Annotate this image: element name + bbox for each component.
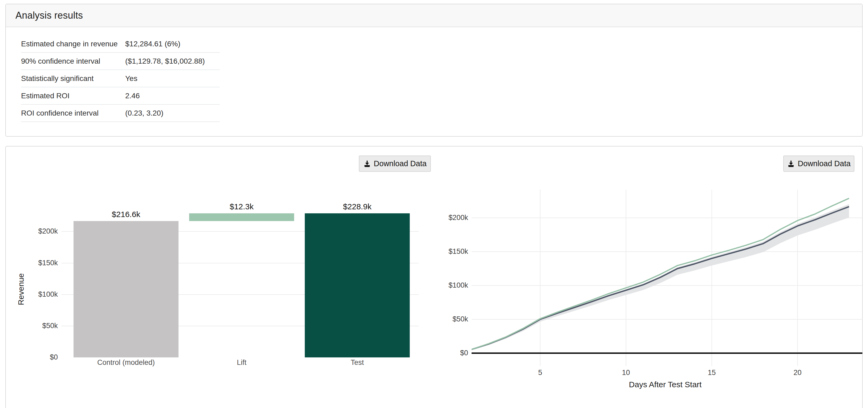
bar-value-label: $216.6k [112,210,141,219]
bar-value-label: $12.3k [230,202,254,211]
line-chart-x-tick: 15 [708,369,716,377]
line-chart-plot [471,190,862,366]
bar-control-modeled [73,221,179,357]
metric-value: $12,284.61 (6%) [125,40,180,48]
bar-category-label: Control (modeled) [97,358,155,367]
metric-label: Estimated change in revenue [21,40,125,48]
metric-value: ($1,129.78, $16,002.88) [125,57,205,65]
bar-chart-y-tick: $200k [22,227,58,236]
bar-lift [189,213,294,221]
table-row: Estimated change in revenue$12,284.61 (6… [21,35,220,53]
metric-value: 2.46 [125,92,140,100]
bar-chart: Revenue $0$50k$100k$150k$200k$216.6kCont… [6,147,440,408]
line-chart-y-tick: $50k [440,315,468,323]
analysis-results-panel: Analysis results Estimated change in rev… [5,4,863,137]
bar-category-label: Test [351,358,364,367]
line-chart-x-tick: 20 [794,369,802,377]
metric-value: (0.23, 3.20) [125,109,163,118]
table-row: 90% confidence interval($1,129.78, $16,0… [21,53,220,70]
metric-value: Yes [125,74,137,83]
line-chart-y-tick: $200k [440,214,468,222]
panel-title: Analysis results [16,10,83,21]
metric-label: ROI confidence interval [21,109,125,118]
charts-panel: Download Data Download Data Revenue $0$5… [5,146,863,408]
bar-test [305,213,410,357]
bar-category-label: Lift [237,358,246,367]
bar-chart-y-tick: $150k [22,259,58,267]
bar-chart-y-tick: $100k [22,290,58,299]
table-row: Statistically significantYes [21,70,220,87]
table-row: ROI confidence interval(0.23, 3.20) [21,105,220,122]
metric-label: 90% confidence interval [21,57,125,65]
line-chart-x-tick: 5 [538,369,542,377]
metric-label: Statistically significant [21,74,125,83]
metric-label: Estimated ROI [21,92,125,100]
analysis-panel-header: Analysis results [6,4,862,27]
line-chart-y-tick: $150k [440,247,468,256]
bar-chart-y-tick: $50k [22,322,58,330]
line-chart-x-axis-title: Days After Test Start [629,380,702,389]
bar-value-label: $228.9k [343,202,372,211]
table-row: Estimated ROI2.46 [21,87,220,105]
bar-chart-y-tick: $0 [22,353,58,362]
line-chart-x-tick: 10 [622,369,630,377]
analysis-results-table: Estimated change in revenue$12,284.61 (6… [21,35,220,122]
line-chart-y-tick: $0 [440,349,468,357]
bar-chart-y-axis-title: Revenue [17,273,26,305]
line-chart: Days After Test Start $0$50k$100k$150k$2… [440,147,863,408]
line-chart-y-tick: $100k [440,281,468,289]
